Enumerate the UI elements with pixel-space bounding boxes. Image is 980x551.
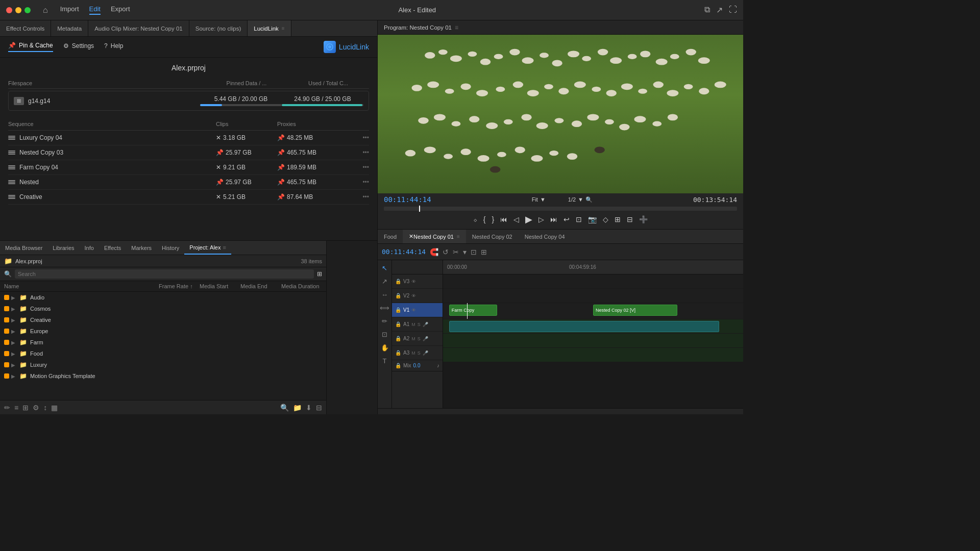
icon-view-icon[interactable]: ⊞ [22,404,29,412]
slip-tool[interactable]: ⟺ [379,302,390,313]
mute-a3[interactable]: M [411,350,415,356]
mic-a1[interactable]: 🎤 [423,322,428,327]
timeline-tab-food[interactable]: Food [378,230,403,243]
tab-libraries[interactable]: Libraries [47,241,79,255]
mix-icon[interactable]: ♪ [437,363,439,368]
tl-snap-icon[interactable]: 🧲 [430,248,438,256]
lucidlink-nav-pin-cache[interactable]: 📌 Pin & Cache [8,42,53,52]
expand-icon[interactable]: ▶ [11,351,17,357]
expand-icon[interactable]: ▶ [11,362,17,368]
ripple-tool[interactable]: ↔ [379,289,390,300]
tab-close-icon[interactable]: ≡ [282,26,285,31]
tab-close-x[interactable]: ✕ [409,233,413,240]
hand-tool[interactable]: ✋ [379,342,390,353]
export-frame-button[interactable]: 📷 [588,215,597,223]
lock-icon-v1[interactable]: 🔒 [395,307,401,313]
tab-effects[interactable]: Effects [99,241,126,255]
expand-icon[interactable]: ▶ [11,317,17,323]
expand-icon[interactable]: ▶ [11,306,17,312]
clip-icon[interactable]: ▦ [51,404,58,412]
tab-markers[interactable]: Markers [126,241,157,255]
step-fwd-button[interactable]: ⏭ [550,215,557,223]
selection-tool[interactable]: ↖ [379,262,390,273]
expand-icon[interactable]: ▶ [11,373,17,379]
track-select-tool[interactable]: ↗ [379,276,390,287]
timeline-tab-nested04[interactable]: Nested Copy 04 [519,230,571,243]
minimize-button[interactable] [15,7,21,13]
solo-a1[interactable]: S [418,322,421,327]
list-item[interactable]: ▶ 📁 Europe [0,325,326,337]
timeline-tab-nested02[interactable]: Nested Copy 02 [466,230,519,243]
solo-a3[interactable]: S [418,350,421,356]
add-marker-button[interactable]: ◇ [603,215,608,223]
solo-a2[interactable]: S [418,336,421,341]
list-item[interactable]: ▶ 📁 Food [0,348,326,359]
home-icon[interactable]: ⌂ [43,6,48,15]
search-options-icon[interactable]: ⊞ [317,270,322,278]
list-item[interactable]: ▶ 📁 Motion Graphics Template [0,370,326,382]
tab-media-browser[interactable]: Media Browser [0,241,47,255]
button-extra1[interactable]: ⊞ [615,215,621,223]
tab-info[interactable]: Info [80,241,99,255]
text-tool[interactable]: T [379,355,390,366]
tl-tool3[interactable]: ⊞ [481,248,487,256]
mic-a3[interactable]: 🎤 [423,350,428,356]
list-view-icon[interactable]: ≡ [14,404,18,412]
list-item[interactable]: ▶ 📁 Farm [0,337,326,348]
play-button[interactable]: ▶ [525,214,532,225]
lock-icon-a3[interactable]: 🔒 [395,350,401,356]
expand-icon[interactable]: ▶ [11,329,17,334]
lucidlink-nav-help[interactable]: ? Help [104,42,123,52]
mute-a2[interactable]: M [411,336,415,341]
lock-icon-v3[interactable]: 🔒 [395,279,401,284]
fit-selector[interactable]: Fit ▼ 1/2 ▼ 🔍 [532,196,593,203]
nav-edit[interactable]: Edit [89,5,101,15]
clip-nested-copy-02[interactable]: Nested Copy 02 [V] [593,305,677,316]
tab-effect-controls[interactable]: Effect Controls [0,20,51,36]
fullscreen-icon[interactable]: ⛶ [729,5,737,15]
visibility-v3[interactable]: 👁 [411,279,416,284]
tab-project-alex[interactable]: Project: Alex ≡ [184,241,231,255]
list-item[interactable]: ▶ 📁 Luxury [0,359,326,370]
razor-tool[interactable]: ✏ [379,315,390,327]
visibility-v2[interactable]: 👁 [411,293,416,298]
mark-out-button[interactable]: { [483,215,486,223]
pen-tool[interactable]: ⊡ [379,329,390,340]
list-item[interactable]: ▶ 📁 Creative [0,314,326,325]
seq-actions-nested[interactable]: ••• [349,179,369,186]
list-item[interactable]: ▶ 📁 Cosmos [0,303,326,314]
list-item[interactable]: ▶ 📁 Audio [0,292,326,303]
seq-actions-farm[interactable]: ••• [349,164,369,171]
tab-audio-clip-mixer[interactable]: Audio Clip Mixer: Nested Copy 01 [88,20,189,36]
mic-a2[interactable]: 🎤 [423,336,428,341]
tl-tool1[interactable]: ▾ [463,248,467,256]
folder-new-icon[interactable]: 📁 [293,404,302,412]
nav-import[interactable]: Import [60,5,79,15]
track-a1[interactable] [443,319,743,334]
import-icon[interactable]: ⬇ [306,404,312,412]
mute-a1[interactable]: M [411,322,415,327]
monitor-menu-icon[interactable]: ≡ [455,24,458,31]
maximize-button[interactable] [24,7,31,13]
add-button[interactable]: ➕ [639,215,648,223]
tab-menu-icon[interactable]: ≡ [223,244,226,251]
sort-icon[interactable]: ↕ [43,404,47,412]
mix-lock-icon[interactable]: 🔒 [395,363,401,368]
track-v1[interactable]: Farm Copy Nested Copy 02 [V] [443,303,743,319]
lock-icon-a1[interactable]: 🔒 [395,321,401,327]
tab-source[interactable]: Source: (no clips) [189,20,248,36]
clip-farm-copy[interactable]: Farm Copy [449,305,497,316]
share-icon[interactable]: ↗ [716,5,723,15]
back-frame-button[interactable]: ◁ [513,215,519,223]
tl-undo-icon[interactable]: ↺ [443,248,449,256]
lucidlink-nav-settings[interactable]: ⚙ Settings [63,42,94,52]
zoom-icon[interactable]: 🔍 [585,196,593,203]
metadata-icon[interactable]: ⚙ [33,404,39,412]
close-button[interactable] [6,7,12,13]
tab-lucidlink[interactable]: LucidLink ≡ [248,20,291,36]
mark-clip-button[interactable]: } [492,215,495,223]
tab-metadata[interactable]: Metadata [51,20,88,36]
step-back-button[interactable]: ⏮ [500,215,507,223]
expand-icon[interactable]: ▶ [11,340,17,345]
loop-button[interactable]: ↩ [564,215,570,223]
